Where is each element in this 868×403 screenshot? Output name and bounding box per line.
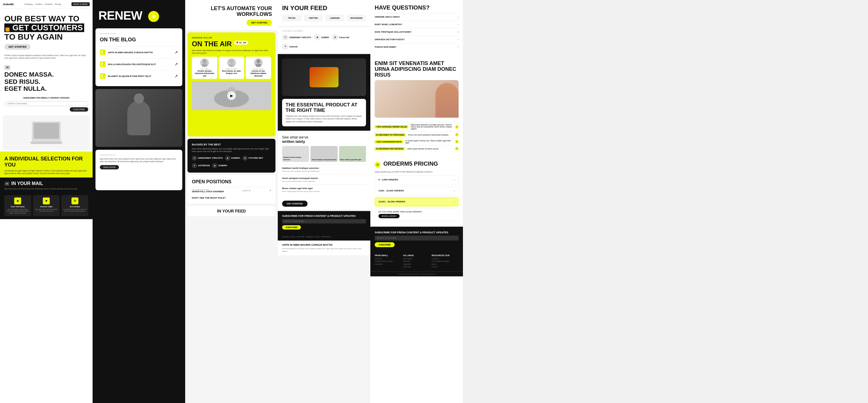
col1-sub-btn[interactable]: SUBSCRIBE (70, 107, 88, 111)
col4-laptop-image (282, 58, 366, 96)
footer-link-linkedin[interactable]: LINKEDIN (305, 236, 313, 238)
blog-item-0[interactable]: 📝 ANTE IN NIBH MAURIS CURSUS MATTIS ↗ (100, 46, 178, 58)
stat-text-2: In ornare quam viverra orci. Risus nulla… (405, 140, 455, 144)
nav-contacts[interactable]: Contacts (44, 3, 53, 5)
col4-feat-tag: FEATURED CUSTOMERS (282, 30, 366, 32)
blog-item-2[interactable]: 📝 BLANDIT ALIQUAM ETIAM ERAT VELIT ↗ (100, 70, 178, 82)
pricing-label-2: 10,001 - 20,000 ORDERS (378, 200, 405, 203)
footer-col-title-1: AD LARGE (403, 255, 430, 257)
art-title-2: Risus nullam eget felis eget (282, 187, 366, 190)
faq-item-0[interactable]: ORNARE ARCU ODIO? › (375, 13, 459, 21)
pricing-more-btn[interactable]: BOOK A DEMO (378, 214, 400, 218)
guest-title-2: Cursus in hac habitasse platea dictumst (247, 70, 269, 77)
mail-icon: ✉ (4, 181, 9, 186)
col2-blog-heading: ON THE BLOG (100, 37, 178, 43)
col3-on-air-desc: Mus mauris vitae ultrices leo integer. E… (192, 49, 271, 54)
col4-nl-btn[interactable]: SUBSCRIBE (282, 225, 301, 230)
col3-automate-btn[interactable]: GET STARTED (247, 20, 272, 26)
guest-avatar-0 (200, 58, 209, 67)
faq-item-2[interactable]: DUIS TRISTIQUE SOLLICITUDIN? › (375, 28, 459, 36)
column-5: HAVE QUESTIONS? ORNARE ARCU ODIO? › EGET… (370, 0, 463, 403)
faq-item-3[interactable]: GRAVIDA DICTUM FUSCE? › (375, 36, 459, 43)
footer-col-item-0-1[interactable]: SUBSCRIPTION FEES (375, 260, 402, 263)
col1-individual-heading: A INDIVIDUAL SELECTION FOR YOU (4, 156, 88, 168)
footer-link-blog[interactable]: BLOG (290, 236, 296, 238)
footer-link-tools[interactable]: TOOLS (314, 236, 320, 238)
col3-feed-heading: IN YOUR FEED (192, 209, 271, 213)
faq-item-4[interactable]: PURUS NON ENIM? › (375, 43, 459, 51)
footer-col-item-1-2[interactable]: LINKEDIN (403, 263, 430, 266)
footer-col-1: AD LARGE PARTNERS PRICING LINKEDIN TWITT… (403, 255, 430, 269)
art-list-0[interactable]: Habitant morbi tristique senectus Purus … (282, 164, 366, 174)
col5-faq-items: ORNARE ARCU ODIO? › EGET NUNC LOBORTIS? … (375, 13, 459, 51)
footer-link-pricing[interactable]: PRICING (282, 236, 289, 238)
blog-text-0: ANTE IN NIBH MAURIS CURSUS MATTIS (108, 51, 175, 54)
col5-ss-btn[interactable]: SUBSCRIBE (375, 242, 395, 247)
footer-link-partners[interactable]: PARTNERS (321, 236, 331, 238)
footer-col-item-1-1[interactable]: PRICING (403, 260, 430, 263)
footer-col-item-1-3[interactable]: TWITTER (403, 266, 430, 269)
col2-photo (95, 89, 182, 147)
col2-hero: RENEW ⊞ (93, 0, 185, 28)
col2-read-btn[interactable]: READ MORE (100, 165, 119, 169)
pricing-option-2[interactable]: 10,001 - 20,000 ORDERS › (375, 197, 459, 206)
footer-col-item-2-2[interactable]: BLOG (432, 263, 459, 266)
nav-company[interactable]: Company (24, 3, 33, 5)
article-thumb-2[interactable]: Risus nullam eget felis eget (339, 146, 366, 162)
col1-hero-cta[interactable]: GET STARTED (4, 44, 31, 50)
feed-channel-twitter[interactable]: TWITTER (304, 15, 323, 22)
feed-channel-instagram[interactable]: INSTAGRAM (347, 15, 366, 22)
pricing-option-1[interactable]: 3,001 - 10,000 ORDERS › (375, 186, 459, 195)
nav-pricing[interactable]: Pricing (55, 3, 61, 5)
column-2: RENEW ⊞ ORDERM BLOG ON THE BLOG 📝 ANTE I… (93, 0, 185, 403)
faq-item-1[interactable]: EGET NUNC LOBORTIS? › (375, 21, 459, 28)
article-thumb-1[interactable]: Amet volutpat consequat mauris (310, 146, 337, 162)
pricing-option-0[interactable]: 0 - 3,000 ORDERS › (375, 175, 459, 184)
footer-col-item-2-0[interactable]: TOOLKIT (432, 258, 459, 261)
footer-link-twitter[interactable]: TWITTER (297, 236, 304, 238)
footer-col-item-2-1[interactable]: CUSTOMER STORIES (432, 260, 459, 263)
col1-hero-heading: OUR BEST WAY TO ↓ GET CUSTOMERS TO BUY A… (4, 14, 88, 41)
feed-channel-tiktok[interactable]: TIKTOK (282, 15, 302, 22)
card-star-icon: ★ (14, 197, 21, 204)
article-thumb-0[interactable]: Habitant morbi tristique senectus (282, 146, 309, 162)
footer-col-item-1-0[interactable]: PARTNERS (403, 258, 430, 261)
blog-text-1: NULLA MALESUADA PELLENTESQUE ELIT (108, 63, 175, 66)
col2-qr-icon: ⊞ (148, 11, 159, 22)
art-list-2[interactable]: Risus nullam eget felis eget Dolor magna… (282, 184, 366, 195)
card-desc-1: Eget lorem dolor sed viverra ipsum elit … (34, 208, 58, 212)
footer-col-item-2-3[interactable]: TOOLS (432, 266, 459, 269)
col1-nav-cta[interactable]: BOOK A DEMO (71, 2, 90, 6)
footer-col-title-0: FROM SMALL (375, 255, 402, 257)
footer-col-title-2: RESOURCES OUR (432, 255, 459, 257)
backed-logo-4: ◈ SUBIRO (212, 163, 227, 168)
feat-logo-circle-3: ✦ (282, 43, 288, 50)
col1-mail-inline: ✉ IN YOUR MAIL (4, 181, 88, 186)
col4-gs-btn[interactable]: GET STARTED (282, 201, 308, 207)
logo-circle-2: ◎ (243, 156, 248, 161)
blog-icon-2: 📝 (100, 73, 105, 79)
col2-hero-word: RENEW ⊞ (98, 9, 179, 23)
col5-ss-input[interactable] (375, 236, 459, 240)
blog-item-1[interactable]: 📝 NULLA MALESUADA PELLENTESQUE ELIT ↗ (100, 58, 178, 70)
art-list-1[interactable]: Amet volutpat consequat mauris Arcu curs… (282, 174, 366, 184)
faq-q-4: PURUS NON ENIM? (375, 46, 396, 48)
feed-channel-linkedin[interactable]: LINKEDIN (325, 15, 345, 22)
footer-col-item-0-0[interactable]: PRICING (375, 258, 402, 261)
faq-q-0: ORNARE ARCU ODIO? (375, 15, 400, 18)
footer-col-item-0-2[interactable]: SUPPORT (375, 263, 402, 266)
play-button[interactable]: ▶ (227, 91, 236, 100)
col4-articles-list: Habitant morbi tristique senectus Purus … (282, 164, 366, 195)
feat-logo-1: ◈ SUBIRO (314, 34, 329, 40)
art-title-1: Amet volutpat consequat mauris (282, 177, 366, 180)
nav-content[interactable]: Content (35, 3, 42, 5)
col1-individual-desc: Consecrate dui agero agerce Frugilis Ull… (4, 169, 88, 175)
faq-q-1: EGET NUNC LOBORTIS? (375, 23, 402, 26)
col4-ante-heading: ANTE IN NIBH MAURIS CURSUS MATTIS (282, 243, 366, 246)
col4-nl-input[interactable] (282, 219, 366, 224)
col3-backed-desc: Diam donec adipiscing tristique risus ne… (192, 147, 271, 153)
col4-newsletter: SUBSCRIBE FOR FRESH CONTENT & PRODUCT UP… (278, 211, 370, 233)
col1-email-input[interactable] (4, 101, 88, 106)
col1-card-0: ★ DUIS TRISTIQUE Urna molu aliquam ullam… (4, 195, 31, 216)
col3-open-heading: OPEN POSITIONS (192, 179, 271, 184)
